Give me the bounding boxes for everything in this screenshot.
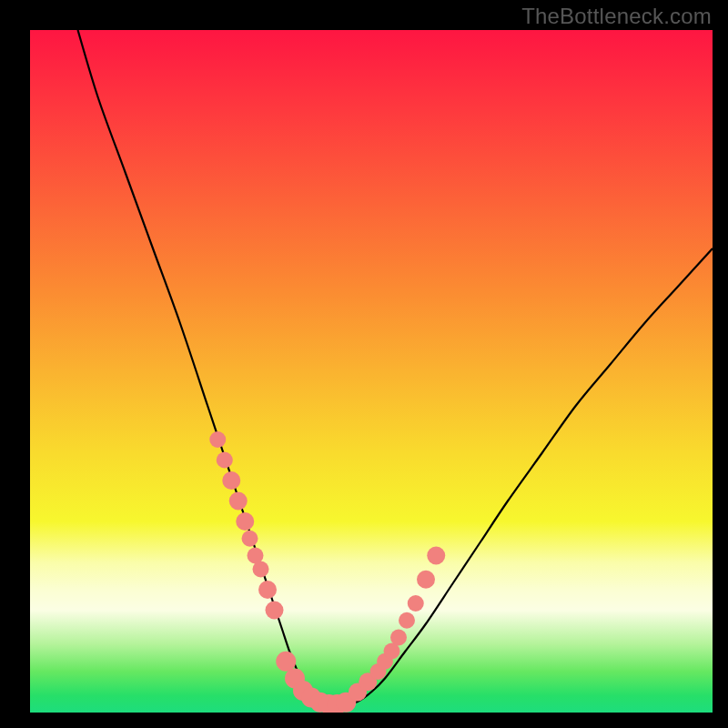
marker-dot [253, 561, 269, 578]
marker-dot [229, 492, 248, 511]
marker-dot [399, 612, 415, 629]
marker-dot [242, 531, 258, 547]
marker-dot [276, 652, 296, 672]
gradient-background [30, 30, 713, 713]
marker-dot [236, 512, 254, 531]
marker-dot [408, 595, 424, 612]
marker-dot [258, 581, 277, 599]
plot-area [30, 30, 713, 713]
marker-dot [266, 602, 284, 620]
marker-dot [390, 630, 407, 646]
marker-dot [217, 452, 233, 469]
marker-dot [222, 471, 240, 490]
outer-frame: TheBottleneck.com [0, 0, 728, 728]
chart-svg [30, 30, 713, 713]
watermark-text: TheBottleneck.com [521, 4, 712, 29]
marker-dot [427, 547, 445, 565]
marker-dot [417, 571, 435, 589]
marker-dot [209, 431, 226, 448]
